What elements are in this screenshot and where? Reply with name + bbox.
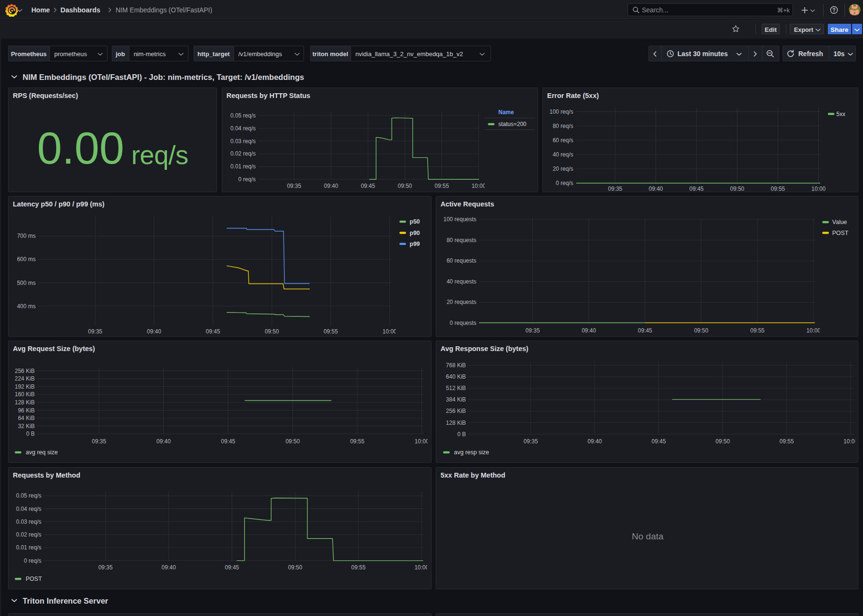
svg-text:32 KiB: 32 KiB bbox=[18, 423, 35, 430]
svg-text:Avg Response Size (bytes): Avg Response Size (bytes) bbox=[441, 345, 529, 352]
svg-text:09:35: 09:35 bbox=[287, 183, 301, 189]
svg-text:768 KiB: 768 KiB bbox=[446, 362, 466, 369]
svg-text:256 KiB: 256 KiB bbox=[15, 368, 35, 374]
svg-text:20 req/s: 20 req/s bbox=[553, 166, 573, 172]
svg-text:09:55: 09:55 bbox=[771, 186, 785, 192]
svg-text:0 requests: 0 requests bbox=[450, 320, 476, 326]
svg-text:Value: Value bbox=[832, 219, 847, 225]
svg-text:09:35: 09:35 bbox=[608, 186, 622, 192]
svg-text:0 req/s: 0 req/s bbox=[556, 180, 573, 186]
svg-text:RPS (Requests/sec): RPS (Requests/sec) bbox=[13, 92, 78, 99]
svg-text:req/s: req/s bbox=[131, 140, 188, 170]
svg-text:Requests by Method: Requests by Method bbox=[13, 471, 80, 479]
svg-text:09:40: 09:40 bbox=[581, 327, 596, 334]
svg-text:POST: POST bbox=[26, 576, 42, 582]
svg-text:0 req/s: 0 req/s bbox=[238, 176, 255, 183]
svg-text:No data: No data bbox=[632, 531, 664, 541]
svg-text:status=200: status=200 bbox=[498, 121, 526, 127]
svg-text:10:00: 10:00 bbox=[414, 564, 429, 571]
svg-text:09:50: 09:50 bbox=[285, 438, 300, 445]
svg-text:80 requests: 80 requests bbox=[446, 237, 476, 244]
svg-text:09:40: 09:40 bbox=[147, 328, 161, 335]
svg-text:0.03 req/s: 0.03 req/s bbox=[16, 518, 41, 525]
svg-text:09:50: 09:50 bbox=[397, 183, 412, 189]
svg-text:09:55: 09:55 bbox=[779, 438, 794, 445]
svg-text:60 req/s: 60 req/s bbox=[553, 137, 573, 144]
svg-text:0 B: 0 B bbox=[457, 431, 466, 438]
svg-text:256 KiB: 256 KiB bbox=[446, 408, 466, 414]
svg-text:p90: p90 bbox=[410, 230, 420, 236]
svg-text:09:45: 09:45 bbox=[689, 186, 704, 192]
svg-text:0.02 req/s: 0.02 req/s bbox=[16, 531, 41, 538]
svg-text:512 KiB: 512 KiB bbox=[446, 385, 466, 391]
svg-text:09:50: 09:50 bbox=[730, 186, 744, 192]
svg-text:09:40: 09:40 bbox=[162, 564, 176, 571]
svg-text:192 KiB: 192 KiB bbox=[15, 383, 35, 390]
svg-text:60 requests: 60 requests bbox=[446, 257, 476, 264]
svg-text:384 KiB: 384 KiB bbox=[446, 396, 466, 403]
svg-text:0 req/s: 0 req/s bbox=[24, 557, 41, 564]
svg-text:09:40: 09:40 bbox=[588, 438, 602, 445]
svg-text:09:55: 09:55 bbox=[324, 328, 338, 335]
svg-text:0.02 req/s: 0.02 req/s bbox=[230, 150, 255, 157]
svg-text:09:45: 09:45 bbox=[651, 438, 666, 445]
svg-text:09:35: 09:35 bbox=[98, 564, 113, 571]
svg-text:128 KiB: 128 KiB bbox=[15, 399, 35, 406]
svg-text:avg resp size: avg resp size bbox=[454, 449, 489, 456]
svg-text:p99: p99 bbox=[410, 241, 420, 247]
svg-text:0 B: 0 B bbox=[26, 430, 35, 437]
svg-text:09:35: 09:35 bbox=[92, 438, 106, 445]
svg-text:09:50: 09:50 bbox=[716, 438, 730, 445]
svg-text:09:40: 09:40 bbox=[648, 186, 663, 192]
svg-text:96 KiB: 96 KiB bbox=[18, 407, 35, 414]
svg-text:5xx: 5xx bbox=[836, 111, 845, 117]
svg-text:10:00: 10:00 bbox=[382, 328, 397, 335]
svg-text:10:00: 10:00 bbox=[806, 327, 821, 334]
svg-text:700 ms: 700 ms bbox=[17, 233, 36, 239]
svg-text:10:00: 10:00 bbox=[415, 438, 429, 445]
svg-text:09:45: 09:45 bbox=[221, 438, 235, 445]
svg-text:400 ms: 400 ms bbox=[17, 303, 36, 310]
svg-text:640 KiB: 640 KiB bbox=[446, 373, 466, 380]
svg-text:Active Requests: Active Requests bbox=[441, 200, 494, 208]
svg-text:Error Rate (5xx): Error Rate (5xx) bbox=[547, 92, 599, 99]
svg-text:09:50: 09:50 bbox=[265, 328, 279, 335]
svg-text:0.01 req/s: 0.01 req/s bbox=[230, 163, 255, 170]
svg-text:09:55: 09:55 bbox=[750, 327, 765, 334]
svg-text:Name: Name bbox=[498, 109, 514, 116]
svg-text:09:40: 09:40 bbox=[157, 438, 171, 445]
svg-text:09:45: 09:45 bbox=[206, 328, 220, 335]
svg-text:0.05 req/s: 0.05 req/s bbox=[230, 112, 255, 119]
svg-text:5xx Rate by Method: 5xx Rate by Method bbox=[441, 471, 505, 479]
svg-text:09:40: 09:40 bbox=[324, 183, 338, 189]
svg-text:500 ms: 500 ms bbox=[17, 280, 36, 286]
svg-text:09:50: 09:50 bbox=[694, 327, 708, 334]
svg-text:09:35: 09:35 bbox=[88, 328, 102, 335]
svg-text:0.04 req/s: 0.04 req/s bbox=[16, 506, 41, 512]
svg-text:09:55: 09:55 bbox=[434, 183, 449, 189]
svg-text:0.05 req/s: 0.05 req/s bbox=[16, 492, 41, 499]
svg-text:40 requests: 40 requests bbox=[446, 278, 476, 285]
svg-text:09:45: 09:45 bbox=[361, 183, 375, 189]
svg-text:09:35: 09:35 bbox=[525, 327, 539, 334]
svg-text:128 KiB: 128 KiB bbox=[446, 420, 466, 426]
svg-text:40 req/s: 40 req/s bbox=[553, 151, 573, 158]
svg-text:0.01 req/s: 0.01 req/s bbox=[16, 544, 41, 551]
svg-text:600 ms: 600 ms bbox=[17, 256, 36, 263]
svg-text:10:00: 10:00 bbox=[471, 183, 486, 189]
svg-text:0.00: 0.00 bbox=[37, 123, 124, 173]
svg-text:09:50: 09:50 bbox=[288, 564, 302, 571]
svg-text:80 req/s: 80 req/s bbox=[553, 123, 573, 129]
svg-text:09:45: 09:45 bbox=[637, 327, 652, 334]
svg-text:64 KiB: 64 KiB bbox=[18, 415, 35, 421]
svg-text:09:35: 09:35 bbox=[523, 438, 538, 445]
svg-text:09:45: 09:45 bbox=[225, 564, 239, 571]
svg-text:p50: p50 bbox=[410, 218, 420, 225]
svg-text:10:00: 10:00 bbox=[811, 186, 825, 192]
svg-text:Requests by HTTP Status: Requests by HTTP Status bbox=[226, 92, 310, 99]
svg-text:20 requests: 20 requests bbox=[446, 299, 476, 305]
svg-text:224 KiB: 224 KiB bbox=[15, 375, 35, 382]
svg-text:0.04 req/s: 0.04 req/s bbox=[230, 125, 255, 132]
svg-text:avg req size: avg req size bbox=[26, 449, 58, 456]
svg-text:Avg Request Size (bytes): Avg Request Size (bytes) bbox=[13, 345, 95, 352]
